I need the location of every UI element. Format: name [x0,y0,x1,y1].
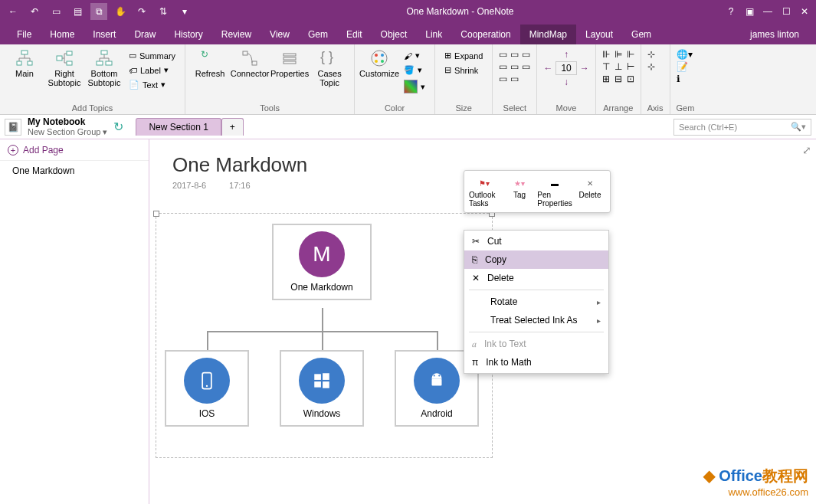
arr-8[interactable]: ⊟ [614,74,622,84]
panel-icon[interactable]: ▭ [48,3,64,20]
cases-topic-button[interactable]: { }Cases Topic [311,46,348,87]
right-subtopic-button[interactable]: Right Subtopic [46,46,83,87]
close-icon[interactable]: ✕ [796,3,813,20]
tab-link[interactable]: Link [416,25,451,44]
arr-6[interactable]: ⊢ [627,61,634,72]
move-left-icon[interactable]: ← [543,63,552,74]
notebook-icon[interactable]: 📓 [5,119,21,136]
axis-1[interactable]: ⊹ [647,49,655,60]
notebook-info[interactable]: My Notebook New Section Group ▾ [28,117,107,137]
tab-history[interactable]: History [165,25,211,44]
ctx-copy[interactable]: ⎘Copy [464,250,608,269]
select-btn-6[interactable]: ▭ [522,61,530,72]
tab-gem1[interactable]: Gem [299,25,337,44]
select-btn-1[interactable]: ▭ [499,49,507,60]
bottom-subtopic-button[interactable]: Bottom Subtopic [86,46,123,87]
tab-object[interactable]: Object [372,25,417,44]
back-icon[interactable]: ← [5,3,21,20]
move-down-icon[interactable]: ↓ [564,77,569,87]
redo-icon[interactable]: ↷ [133,3,150,20]
expand-canvas-icon[interactable]: ⤢ [802,144,811,156]
tag-button[interactable]: ★▾Tag [503,174,536,209]
ctx-ink-math[interactable]: πInk to Math [464,353,608,371]
mindmap-child-node[interactable]: Windows [280,350,364,427]
arr-1[interactable]: ⊪ [602,49,610,60]
select-btn-7[interactable]: ▭ [499,74,507,84]
ribbon-toggle-icon[interactable]: ▣ [741,3,758,20]
label-button[interactable]: 🏷Label▾ [126,64,179,77]
arr-5[interactable]: ⊥ [614,61,622,72]
gem-3[interactable]: ℹ [677,74,693,84]
maximize-icon[interactable]: ☐ [778,3,795,20]
select-btn-8[interactable]: ▭ [510,74,519,84]
help-icon[interactable]: ? [723,3,739,20]
minimize-icon[interactable]: — [759,3,776,20]
sync-status-icon[interactable]: ↻ [113,119,123,134]
tab-layout[interactable]: Layout [576,25,622,44]
tab-edit[interactable]: Edit [337,25,372,44]
page-canvas[interactable]: ⤢ One Markdown 2017-8-6 17:16 M One Mark… [149,139,816,504]
arr-9[interactable]: ⊡ [627,74,634,84]
tab-view[interactable]: View [261,25,299,44]
user-name[interactable]: james linton [741,25,808,44]
select-btn-2[interactable]: ▭ [510,49,519,60]
arr-4[interactable]: ⊤ [602,61,610,72]
delete-button[interactable]: ✕Delete [573,174,607,209]
tab-home[interactable]: Home [41,25,84,44]
page-item[interactable]: One Markdown [0,161,149,181]
tab-mindmap[interactable]: MindMap [520,25,576,44]
select-btn-5[interactable]: ▭ [510,61,519,72]
touch-icon[interactable]: ✋ [112,3,129,20]
ctx-rotate[interactable]: Rotate▸ [464,293,608,311]
page-title[interactable]: One Markdown [172,153,307,177]
move-right-icon[interactable]: → [580,63,589,74]
section-tab[interactable]: New Section 1 [136,118,221,136]
page-time: 17:16 [229,181,251,190]
summary-button[interactable]: ▭Summary [126,49,179,62]
properties-button[interactable]: Properties [271,46,308,78]
sync-icon[interactable]: ⇅ [155,3,172,20]
dock-icon[interactable]: ⧉ [90,3,107,20]
move-up-icon[interactable]: ↑ [564,49,569,60]
expand-button[interactable]: ⊞Expand [441,49,486,62]
arr-3[interactable]: ⊩ [627,49,634,60]
tab-insert[interactable]: Insert [84,25,125,44]
arr-2[interactable]: ⊫ [614,49,622,60]
qat-more-icon[interactable]: ▾ [176,3,193,20]
outlook-tasks-button[interactable]: ⚑▾Outlook Tasks [467,174,501,209]
shrink-button[interactable]: ⊟Shrink [441,64,486,77]
gem-2[interactable]: 📝 [677,61,693,72]
main-button[interactable]: Main [6,46,43,78]
bucket-button[interactable]: 🪣▾ [401,64,428,77]
ctx-cut[interactable]: ✂Cut [464,232,608,250]
select-btn-4[interactable]: ▭ [499,61,507,72]
arr-7[interactable]: ⊞ [602,74,610,84]
add-page-button[interactable]: + Add Page [0,139,149,161]
ctx-treat-ink[interactable]: Treat Selected Ink As▸ [464,311,608,329]
search-input[interactable]: Search (Ctrl+E) 🔍▾ [673,119,811,136]
tab-cooperation[interactable]: Cooperation [451,25,519,44]
move-value[interactable]: 10 [555,61,576,75]
tab-gem2[interactable]: Gem [622,25,660,44]
tab-draw[interactable]: Draw [125,25,165,44]
axis-2[interactable]: ⊹ [647,61,655,72]
ctx-delete[interactable]: ✕Delete [464,269,608,287]
page-date: 2017-8-6 [172,181,206,190]
text-button[interactable]: 📄Text▾ [126,78,179,91]
add-section-button[interactable]: + [221,118,244,136]
tab-file[interactable]: File [8,25,41,44]
page-icon[interactable]: ▤ [69,3,86,20]
mindmap-root-node[interactable]: M One Markdown [272,224,372,300]
gem-1[interactable]: 🌐▾ [677,49,693,60]
refresh-button[interactable]: ↻Refresh [192,46,228,78]
undo-icon[interactable]: ↶ [26,3,43,20]
select-btn-3[interactable]: ▭ [522,49,530,60]
mindmap-child-node[interactable]: IOS [165,350,249,427]
color-swatch[interactable]: ▾ [401,78,428,95]
group-select: ▭▭▭ ▭▭▭ ▭▭ Select [493,44,537,114]
connector-button[interactable]: Connector [231,46,268,78]
tab-review[interactable]: Review [212,25,261,44]
brush-button[interactable]: 🖌▾ [401,49,428,62]
pen-properties-button[interactable]: ▬Pen Properties [538,174,572,209]
customize-button[interactable]: Customize [361,46,398,78]
